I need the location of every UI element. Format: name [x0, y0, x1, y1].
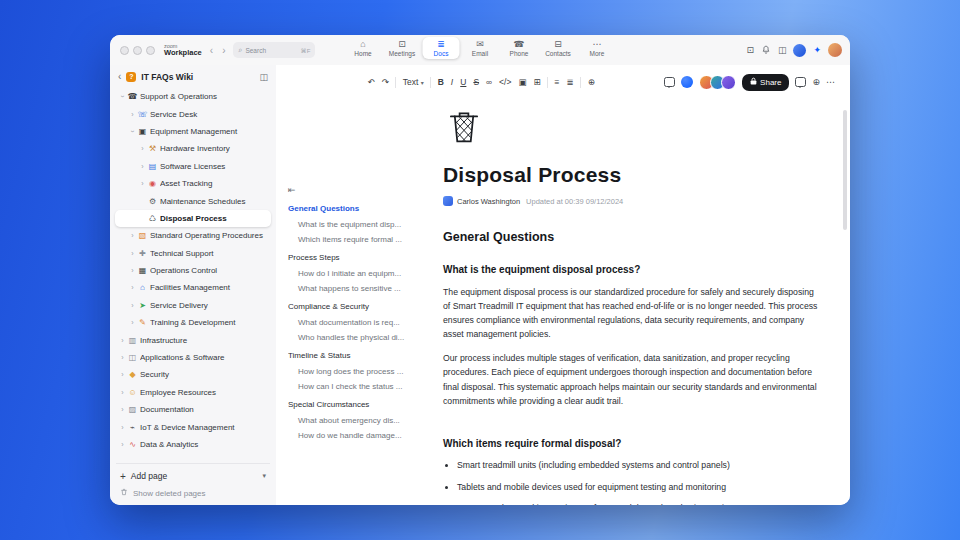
sidebar-item-standard-operating-procedures[interactable]: ›▧Standard Operating Procedures [115, 227, 271, 244]
tab-docs[interactable]: ≣Docs [423, 37, 460, 59]
text-style-dropdown[interactable]: Text ▾ [399, 76, 427, 89]
toc-collapse-icon[interactable]: ⇤ [288, 185, 426, 195]
toc-item[interactable]: How do we handle damage... [288, 431, 426, 440]
sidebar-item-asset-tracking[interactable]: ›◉Asset Tracking [115, 175, 271, 192]
strikethrough-button[interactable]: S [470, 76, 483, 89]
sidebar-item-documentation[interactable]: ›▨Documentation [115, 401, 271, 418]
toc-item[interactable]: Who handles the physical di... [288, 333, 426, 342]
bullet-item[interactable]: Servers and networking equipment from te… [457, 503, 823, 505]
sidebar-item-applications-software[interactable]: ›◫Applications & Software [115, 349, 271, 366]
toc-item[interactable]: Which items require formal ... [288, 235, 426, 244]
bullet-item[interactable]: Tablets and mobile devices used for equi… [457, 482, 823, 492]
screen-share-icon[interactable]: ⊡ [746, 45, 754, 55]
window-controls[interactable] [120, 46, 155, 55]
insert-comment-button[interactable]: ⊕ [584, 76, 598, 89]
global-search-input[interactable]: ⌕ Search ⌘F [233, 42, 315, 58]
chevron-right-icon[interactable]: › [128, 284, 137, 291]
chevron-down-icon[interactable]: › [119, 92, 126, 101]
table-button[interactable]: ⊞ [530, 76, 544, 89]
tab-home[interactable]: ⌂Home [345, 37, 382, 59]
sidebar-item-operations-control[interactable]: ›▦Operations Control [115, 262, 271, 279]
chat-icon[interactable] [795, 77, 806, 87]
sidebar-item-disposal-process[interactable]: ♺Disposal Process [115, 210, 271, 227]
chevron-right-icon[interactable]: › [138, 145, 147, 152]
minimize-window-button[interactable] [133, 46, 142, 55]
close-window-button[interactable] [120, 46, 129, 55]
sidebar-item-training-development[interactable]: ›✎Training & Development [115, 314, 271, 331]
chevron-down-icon[interactable]: › [129, 127, 136, 136]
sidebar-item-security[interactable]: ›◆Security [115, 366, 271, 383]
chevron-right-icon[interactable]: › [118, 354, 127, 361]
chevron-right-icon[interactable]: › [128, 302, 137, 309]
chevron-down-icon[interactable]: ▾ [262, 472, 266, 480]
toc-item[interactable]: How long does the process ... [288, 367, 426, 376]
sidebar-item-data-analytics[interactable]: ›∿Data & Analytics [115, 436, 271, 453]
tab-email[interactable]: ✉Email [462, 37, 499, 59]
redo-button[interactable]: ↷ [378, 76, 392, 89]
show-deleted-pages-button[interactable]: Show deleted pages [116, 485, 270, 501]
sidebar-item-service-desk[interactable]: ›☏Service Desk [115, 105, 271, 122]
globe-icon[interactable]: ⊕ [812, 77, 820, 87]
chevron-right-icon[interactable]: › [128, 267, 137, 274]
comment-icon[interactable] [664, 77, 675, 87]
toc-item[interactable]: How do I initiate an equipm... [288, 269, 426, 278]
chevron-right-icon[interactable]: › [138, 180, 147, 187]
bell-icon[interactable] [761, 41, 771, 59]
chevron-right-icon[interactable]: › [138, 163, 147, 170]
toc-item[interactable]: What about emergency dis... [288, 416, 426, 425]
tab-phone[interactable]: ☎Phone [501, 37, 538, 59]
paragraph-2[interactable]: Our process includes multiple stages of … [443, 351, 823, 407]
section-heading[interactable]: General Questions [443, 230, 823, 244]
sidebar-item-equipment-management[interactable]: ›▣Equipment Management [115, 123, 271, 140]
page-title[interactable]: Disposal Process [443, 163, 823, 187]
sidebar-collapse-icon[interactable]: ◫ [259, 72, 268, 82]
document-body[interactable]: Disposal Process Carlos Washington Updat… [443, 105, 823, 505]
link-button[interactable]: ∞ [483, 76, 496, 89]
image-button[interactable]: ▣ [515, 76, 530, 89]
sidebar-item-infrastructure[interactable]: ›▥Infrastructure [115, 331, 271, 348]
chevron-right-icon[interactable]: › [118, 424, 127, 431]
add-page-button[interactable]: + Add page ▾ [116, 467, 270, 485]
chevron-right-icon[interactable]: › [128, 232, 137, 239]
scrollbar[interactable] [843, 110, 847, 230]
toc-section-special-circumstances[interactable]: Special Circumstances [288, 400, 426, 409]
collaborator-avatar[interactable] [721, 75, 736, 90]
chevron-right-icon[interactable]: › [118, 389, 127, 396]
tab-meetings[interactable]: ⊡Meetings [384, 37, 421, 59]
italic-button[interactable]: I [447, 76, 456, 89]
nav-back-icon[interactable]: ‹ [209, 45, 214, 56]
paragraph-1[interactable]: The equipment disposal process is our st… [443, 285, 823, 341]
sidebar-item-service-delivery[interactable]: ›➤Service Delivery [115, 297, 271, 314]
toc-item[interactable]: How can I check the status ... [288, 382, 426, 391]
workspace-avatar[interactable] [793, 44, 806, 57]
chevron-right-icon[interactable]: › [128, 319, 137, 326]
toc-section-process-steps[interactable]: Process Steps [288, 253, 426, 262]
chevron-right-icon[interactable]: › [118, 441, 127, 448]
chevron-right-icon[interactable]: › [118, 406, 127, 413]
align-button[interactable]: ≡ [551, 76, 563, 89]
underline-button[interactable]: U [457, 76, 470, 89]
chevron-right-icon[interactable]: › [118, 337, 127, 344]
share-button[interactable]: Share [742, 74, 789, 91]
code-button[interactable]: </> [496, 76, 515, 89]
sidebar-item-hardware-inventory[interactable]: ›⚒Hardware Inventory [115, 140, 271, 157]
panel-toggle-icon[interactable]: ◫ [778, 45, 787, 55]
list-button[interactable]: ≣ [563, 76, 577, 89]
question-heading-1[interactable]: What is the equipment disposal process? [443, 264, 823, 275]
toc-item[interactable]: What is the equipment disp... [288, 220, 426, 229]
toc-item[interactable]: What happens to sensitive ... [288, 284, 426, 293]
sidebar-item-software-licenses[interactable]: ›▤Software Licenses [115, 158, 271, 175]
nav-forward-icon[interactable]: › [221, 45, 226, 56]
bold-button[interactable]: B [434, 76, 447, 89]
chevron-right-icon[interactable]: › [128, 111, 137, 118]
question-heading-2[interactable]: Which items require formal disposal? [443, 438, 823, 449]
toc-section-timeline-status[interactable]: Timeline & Status [288, 351, 426, 360]
ai-sparkle-icon[interactable]: ✦ [813, 45, 821, 55]
zoom-window-button[interactable] [146, 46, 155, 55]
toc-section-compliance-security[interactable]: Compliance & Security [288, 302, 426, 311]
toc-section-general-questions[interactable]: General Questions [288, 204, 426, 213]
sidebar-item-iot-device-management[interactable]: ›⌁IoT & Device Management [115, 418, 271, 435]
collaborator-avatars[interactable] [699, 75, 736, 90]
tab-contacts[interactable]: ⊟Contacts [540, 37, 577, 59]
chevron-right-icon[interactable]: › [118, 371, 127, 378]
